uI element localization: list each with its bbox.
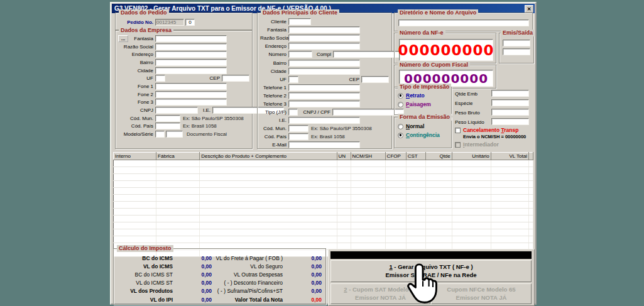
group-title: Tipo de Impressão <box>398 84 451 90</box>
table-row[interactable] <box>114 160 533 167</box>
empresa-fone2-input[interactable] <box>155 91 227 98</box>
group-dados-da-empresa: Dados da Empresa ... Fantasia Razão Soci… <box>115 30 253 149</box>
cupom-nfce-line2: Emissor NOTA JÁ <box>456 294 507 302</box>
empresa-fone1-input[interactable] <box>155 83 227 90</box>
empresa-endereco-input[interactable] <box>155 51 227 58</box>
radio-retrato[interactable]: Retrato <box>395 91 451 100</box>
cliente-telefone3-input[interactable] <box>288 101 360 107</box>
column-header[interactable]: Interno <box>114 153 156 160</box>
saida-input[interactable] <box>503 48 530 55</box>
column-header[interactable]: NCM/SH <box>351 153 385 160</box>
cliente-telefone1-input[interactable] <box>288 84 360 91</box>
table-row[interactable] <box>114 188 533 195</box>
table-row[interactable] <box>114 209 533 216</box>
radio-paisagem[interactable]: Paisagem <box>395 100 451 109</box>
group-calculo-imposto: Cálculo do Imposto BC do ICMS 0,00 VL do… <box>113 248 326 305</box>
group-title: Dados do Pedido <box>119 9 169 16</box>
column-header[interactable]: Qtde <box>425 153 452 160</box>
qtde-emb-input[interactable] <box>491 90 529 97</box>
cliente-endereco-input[interactable] <box>288 43 360 50</box>
table-row[interactable] <box>114 216 533 222</box>
cupom-sat-button[interactable]: 2 - Cupom SAT Modelo 59 Emissor NOTA JÁ <box>330 283 430 304</box>
radio-contingencia-label: Contingência <box>406 132 440 138</box>
empresa-fantasia-input[interactable] <box>155 35 227 42</box>
pedido-no-input[interactable] <box>155 19 184 26</box>
empresa-cnpj-input[interactable] <box>155 107 198 114</box>
cliente-cep-input[interactable] <box>361 76 389 83</box>
cliente-cod-mun-input[interactable] <box>288 125 308 132</box>
empresa-serie-input[interactable] <box>166 131 183 138</box>
especie-label: Espécie <box>455 101 472 106</box>
cliente-email-input[interactable] <box>288 141 360 148</box>
cupom-sat-line2: Emissor NOTA JÁ <box>355 294 406 302</box>
cliente-tipo-input[interactable] <box>288 109 298 116</box>
empresa-cod-pais-input[interactable] <box>155 123 180 129</box>
cliente-razao-input[interactable] <box>288 35 360 41</box>
cliente-numero-input[interactable] <box>288 51 312 58</box>
pedido-seq-input[interactable] <box>185 19 195 26</box>
column-header[interactable]: CFOP <box>385 153 406 160</box>
cupom-nfce-button[interactable]: Cupom NFCe Modelo 65 Emissor NOTA JÁ <box>431 283 532 304</box>
cliente-uf-input[interactable] <box>288 76 298 83</box>
empresa-cod-mun-input[interactable] <box>155 115 180 122</box>
empresa-modelo-input[interactable] <box>155 131 165 138</box>
cliente-cidade-input[interactable] <box>288 68 360 75</box>
radio-retrato-label: Retrato <box>406 92 425 99</box>
radio-normal[interactable]: Normal <box>395 122 451 131</box>
column-header[interactable]: CST <box>406 153 425 160</box>
table-row[interactable] <box>114 181 533 188</box>
empresa-fone3-input[interactable] <box>155 99 227 106</box>
group-dados-cliente: Dados Principais do Cliente Cliente Fant… <box>257 13 392 149</box>
column-header[interactable]: Fábrica <box>156 153 200 160</box>
vl-icms-value: 0,00 <box>173 263 212 270</box>
radio-contingencia[interactable]: Contingência <box>395 131 451 139</box>
endereco-label: Endereço <box>260 43 287 49</box>
empresa-bairro-input[interactable] <box>155 59 227 66</box>
empresa-cep-input[interactable] <box>222 75 249 82</box>
emis-input[interactable] <box>503 40 530 46</box>
cliente-bairro-input[interactable] <box>288 60 360 67</box>
cliente-telefone2-input[interactable] <box>288 92 360 99</box>
tax-row: BC do ICMS ST 0,00 VL Outras Despesas 0,… <box>114 270 325 278</box>
table-row[interactable] <box>114 222 533 229</box>
empresa-uf-input[interactable] <box>155 75 165 82</box>
nfe-number-display: 000000000 <box>399 39 493 61</box>
intermediador-checkbox[interactable]: Intermediador <box>455 141 499 148</box>
especie-input[interactable] <box>491 99 529 106</box>
cliente-codigo-input[interactable] <box>288 18 311 25</box>
table-row[interactable] <box>114 202 533 209</box>
group-title: Diretório e Nome do Arquivo <box>398 9 478 16</box>
gerar-txt-button[interactable]: 1 - Gerar Arquivo TXT ( NF-e ) Emissor S… <box>330 260 532 282</box>
table-row[interactable] <box>114 174 533 181</box>
column-header[interactable]: Unitário <box>452 153 491 160</box>
radio-unselected-icon <box>398 124 403 129</box>
desconto-value: 0,00 <box>285 280 322 286</box>
browse-button[interactable]: ... <box>118 35 128 42</box>
items-table: InternoFábricaDescrição do Produto + Com… <box>113 152 533 257</box>
column-header[interactable]: VL Total <box>491 153 528 160</box>
valor-total-label: Valor Total da Nota <box>212 297 285 303</box>
close-button[interactable]: ✕ <box>525 5 533 13</box>
empresa-cidade-input[interactable] <box>155 67 227 74</box>
table-row[interactable] <box>114 167 533 174</box>
arquivo-path-input[interactable] <box>398 19 529 26</box>
empresa-razao-input[interactable] <box>155 43 227 50</box>
cliente-cnpj-cpf-input[interactable] <box>332 109 404 116</box>
cnpj-cpf-label: CNPJ / CPF <box>298 109 330 115</box>
cliente-cod-pais-input[interactable] <box>288 133 308 140</box>
razao-label: Razão Social <box>260 35 287 41</box>
cancelamento-transp-checkbox[interactable]: Cancelamento Transp <box>455 127 518 133</box>
table-row[interactable] <box>114 195 533 202</box>
column-header[interactable]: Descrição do Produto + Complemento <box>200 153 337 160</box>
peso-bruto-input[interactable] <box>491 109 529 116</box>
cliente-fantasia-input[interactable] <box>288 26 360 33</box>
bairro-label: Bairro <box>260 60 287 66</box>
gerar-txt-line1: 1 - Gerar Arquivo TXT ( NF-e ) <box>389 263 472 271</box>
column-header[interactable]: UN <box>337 153 351 160</box>
peso-liquido-input[interactable] <box>491 118 529 125</box>
razao-label: Razão Social <box>118 44 153 50</box>
numero-label: Número <box>260 52 287 57</box>
table-row[interactable] <box>114 236 533 243</box>
table-row[interactable] <box>114 229 533 236</box>
cliente-ie-input[interactable] <box>288 117 360 124</box>
